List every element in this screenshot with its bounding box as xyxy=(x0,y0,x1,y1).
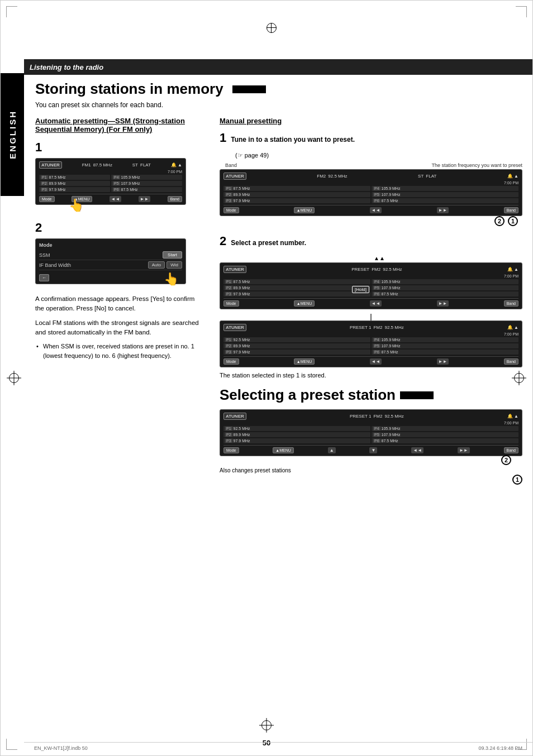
radio-presets-m1: P187.5 MHz P4105.9 MHz P289.9 MHz P5107.… xyxy=(223,186,518,203)
radio-time-m1: 7:00 PM xyxy=(223,181,518,185)
auto-step-2: 2 Mode SSM Start IF Band Width Auto Wi xyxy=(35,221,203,286)
right-column: Manual presetting 1 Tune in to a station… xyxy=(214,117,522,485)
auto-step-2-number: 2 xyxy=(35,221,203,235)
radio-freq-1: FM1 87.5 MHz xyxy=(82,162,112,168)
local-fm-text: Local FM stations with the strongest sig… xyxy=(35,318,203,338)
selecting-title: Selecting a preset station xyxy=(220,386,522,404)
band-label: Band xyxy=(225,162,237,168)
radio-display-manual-1: ATUNER FM2 92.5 MHz ST FLAT 🔔 ▲ 7:0 xyxy=(220,169,522,216)
manual-step-2-number: 2 xyxy=(220,234,226,248)
badge-select-1: 1 xyxy=(512,475,522,485)
radio-freq-m1: FM2 92.5 MHz xyxy=(317,174,347,179)
radio-brand-1: ATUNER xyxy=(39,161,62,169)
freq-label: The station frequency you want to preset xyxy=(431,162,522,168)
english-sidebar: ENGLISH xyxy=(1,73,24,196)
corner-mark-tr xyxy=(516,6,527,17)
bottom-crosshair xyxy=(261,720,272,730)
radio-time-1: 7:00 PM xyxy=(39,170,182,174)
bullet-text: When SSM is over, received stations are … xyxy=(35,342,203,360)
step-badges-m1: 2 1 xyxy=(222,216,522,226)
also-changes: Also changes preset stations xyxy=(220,467,522,473)
radio-time-hold: 7:00 PM xyxy=(223,274,518,278)
right-crosshair xyxy=(514,373,524,383)
corner-mark-tl xyxy=(6,6,17,17)
ssm-start-btn: Start xyxy=(163,251,182,259)
badge-select-2: 2 xyxy=(501,455,511,465)
file-info-left: EN_KW-NT1[J]f.indb 50 xyxy=(34,745,88,751)
hand-gesture-1: 👆 xyxy=(69,198,203,213)
page-title: Storing stations in memory xyxy=(35,80,522,98)
ssm-label: SSM xyxy=(39,252,50,258)
preset-triangle: ▲▲ xyxy=(236,255,522,261)
left-column: Automatic presetting—SSM (Strong-station… xyxy=(35,117,203,485)
manual-step-1-subtext: (☞ page 49) xyxy=(235,152,522,159)
selecting-title-bar xyxy=(400,391,434,399)
menu-btn-m1: ▲MENU xyxy=(294,207,315,213)
back-btn: ← xyxy=(39,274,49,281)
radio-icons-m1: 🔔 ▲ xyxy=(507,174,518,179)
two-column-layout: Automatic presetting—SSM (Strong-station… xyxy=(35,117,522,485)
radio-brand-m1: ATUNER xyxy=(223,173,246,180)
hold-label: [Hold] xyxy=(352,286,369,293)
step-stored-text: The station selected in step 1 is stored… xyxy=(220,372,522,379)
manual-presetting-heading: Manual presetting xyxy=(220,117,522,125)
mode-header: Mode xyxy=(39,242,182,248)
title-bar xyxy=(232,85,266,93)
bottom-info: EN_KW-NT1[J]f.indb 50 09.3.24 6:19:48 PM xyxy=(24,742,532,751)
manual-step-1: 1 Tune in to a station you want to prese… xyxy=(220,131,522,226)
page: ENGLISH Listening to the radio Storing s… xyxy=(0,0,533,756)
radio-presets-hold: P187.5 MHz P4105.9 MHz P2 89.9 MHz [Hold… xyxy=(223,279,518,296)
radio-time-stored: 7:00 PM xyxy=(223,332,518,336)
page-title-text: Storing stations in memory xyxy=(35,80,223,98)
auto-presetting-heading: Automatic presetting—SSM (Strong-station… xyxy=(35,117,203,133)
manual-step-2-text: Select a preset number. xyxy=(231,239,306,247)
header-title: Listening to the radio xyxy=(30,63,103,71)
manual-step-1-text: Tune in to a station you want to preset. xyxy=(231,136,355,143)
sidebar-label: ENGLISH xyxy=(8,110,17,159)
crosshair-circle xyxy=(266,23,277,33)
mode-btn-1: Mode xyxy=(39,196,55,202)
mode-btn-m1: Mode xyxy=(223,207,239,213)
auto-btn: Auto xyxy=(148,261,165,269)
main-content: Storing stations in memory You can prese… xyxy=(24,75,532,733)
radio-brand-stored: ATUNER xyxy=(223,324,246,331)
radio-presets-1: P187.5 MHz P4105.9 MHz P289.9 MHz P5107.… xyxy=(39,175,182,192)
file-info-right: 09.3.24 6:19:48 PM xyxy=(478,745,522,751)
connector-line xyxy=(370,314,372,320)
wide-btn: Wid xyxy=(166,261,182,269)
radio-bottom-m1: Mode ▲MENU ◄◄ ►► Band xyxy=(223,205,518,213)
band-btn-m1: Band xyxy=(504,207,518,213)
radio-status-1: ST FLAT xyxy=(132,162,151,168)
annotations-row: Band The station frequency you want to p… xyxy=(225,162,522,168)
confirmation-text: A confirmation message appears. Press [Y… xyxy=(35,294,203,314)
badge-2: 2 xyxy=(494,216,505,226)
radio-icons-1: 🔔 ▲ xyxy=(171,162,182,168)
header-band: Listening to the radio xyxy=(24,59,532,75)
radio-presets-stored: P192.5 MHz P4105.9 MHz P289.9 MHz P5107.… xyxy=(223,337,518,355)
if-label: IF Band Width xyxy=(39,262,71,268)
radio-display-stored: ATUNER PRESET 1 FM2 92.5 MHz 🔔 ▲ 7:00 PM… xyxy=(220,320,522,367)
radio-display-hold: ATUNER PRESET FM2 92.5 MHz 🔔 ▲ 7:00 PM P… xyxy=(220,262,522,309)
radio-display-selecting: ATUNER PRESET 1 FM2 92.5 MHz 🔔 ▲ 7:00 PM… xyxy=(220,409,522,456)
if-row: IF Band Width Auto Wid xyxy=(39,260,182,270)
hand-gesture-2: 👆 xyxy=(164,272,203,286)
corner-mark-bl xyxy=(6,739,17,750)
auto-step-1-number: 1 xyxy=(35,140,203,155)
left-crosshair xyxy=(9,373,19,383)
badge-1: 1 xyxy=(508,216,518,226)
auto-step-1: 1 ATUNER FM1 87.5 MHz ST FLAT xyxy=(35,140,203,213)
ssm-row: SSM Start xyxy=(39,250,182,260)
manual-step-1-number: 1 xyxy=(220,131,226,145)
subtitle: You can preset six channels for each ban… xyxy=(35,101,522,109)
manual-step-2: 2 Select a preset number. ▲▲ ATUNER PRES… xyxy=(220,234,522,379)
radio-brand-hold: ATUNER xyxy=(223,266,246,273)
radio-status-m1: ST FLAT xyxy=(418,174,436,179)
